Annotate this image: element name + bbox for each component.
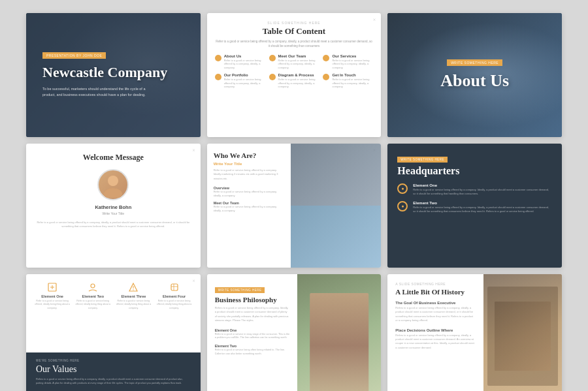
slide6-title: Headquarters <box>397 165 552 177</box>
slide9-left: A SLIDE SOMETHING HERE A Little Bit Of H… <box>387 274 483 391</box>
slide4-title: Welcome Message <box>83 153 144 163</box>
slide8-label-tag: WRITE SOMETHING HERE <box>215 287 265 293</box>
toc-desc-3: Refer to a good or service being offered… <box>332 59 373 70</box>
elem-text-1: Element One Refer to a good or service b… <box>413 183 552 196</box>
slide-7-values: × Element One Refer to a good or service… <box>26 274 201 391</box>
elem-icon-2: ● <box>397 201 408 211</box>
slide1-label-tag: PRESENTATION BY JOHN DOE <box>42 52 106 59</box>
slide3-title: About Us <box>440 71 509 91</box>
slide7-banner-title: Our Values <box>36 364 191 375</box>
slide5-right <box>291 144 382 268</box>
elem-label-2: Element Two <box>413 201 552 205</box>
value-icon-4 <box>169 282 180 292</box>
history-item-2: Place Decisions Outline Where Refers to … <box>395 328 476 351</box>
toc-label-4: Our Portfolio <box>224 73 265 77</box>
toc-dot-5 <box>269 74 276 80</box>
slide8-elem-desc-1: Refer to a good or service in easy stage… <box>215 333 290 340</box>
toc-desc-4: Refer to a good or service being offered… <box>224 78 265 89</box>
toc-item-3: Our Services Refer to a good or service … <box>323 54 373 70</box>
toc-dot-1 <box>215 55 221 61</box>
value-desc-4: Refer to a good or service being offered… <box>155 300 192 310</box>
slide5-subtitle: Write Your Title <box>214 162 284 166</box>
elem-row-1: ● Element One Refer to a good or service… <box>397 183 552 196</box>
slides-grid: PRESENTATION BY JOHN DOE Newcastle Compa… <box>13 0 575 391</box>
value-item-3: Element Three Refer to a good or service… <box>115 282 152 310</box>
toc-desc-1: Refer to a good or service being offered… <box>224 59 265 70</box>
slide8-elem-label-2: Element Two <box>215 344 290 348</box>
value-item-1: Element One Refer to a good or service b… <box>34 282 71 310</box>
slide7-banner-label: WE'RE SOMETHING HERE <box>36 359 191 362</box>
toc-dot-4 <box>215 74 221 80</box>
slide9-right-image <box>483 274 562 391</box>
slide5-meet: Meet Our Team Refer to a good or service… <box>214 201 284 213</box>
svg-point-10 <box>133 289 134 290</box>
toc-dot-3 <box>323 55 329 61</box>
elem-icon-1: ● <box>397 183 408 194</box>
slide7-close[interactable]: × <box>192 278 195 284</box>
elem-row-2: ● Element Two Refer to a good or service… <box>397 201 552 213</box>
svg-point-3 <box>104 188 122 198</box>
slide9-eyebrow: A SLIDE SOMETHING HERE <box>395 282 476 286</box>
elem-desc-1: Refer to a good or service being offered… <box>413 188 552 196</box>
slide5-image-top <box>291 144 382 206</box>
slide9-title: A Little Bit Of History <box>395 288 476 296</box>
history-label-1: The Goal Of Business Executive <box>395 301 476 305</box>
slide1-description: To be successful, marketers should under… <box>42 86 147 98</box>
avatar <box>97 169 129 200</box>
slide5-title: Who We Are? <box>214 151 284 159</box>
circle-icon-2: ● <box>401 204 404 209</box>
slide-6-headquarters: WRITE SOMETHING HERE Headquarters ● Elem… <box>387 144 562 268</box>
slide6-label-tag: WRITE SOMETHING HERE <box>397 157 448 163</box>
slide7-top: Element One Refer to a good or service b… <box>26 274 201 315</box>
slide5-meet-desc: Refer to a good or service being offered… <box>214 205 284 213</box>
slide8-title: Business Philosophy <box>215 296 290 304</box>
toc-dot-2 <box>269 55 276 61</box>
slide-2-toc: × SLIDE SOMETHING HERE Table Of Content … <box>207 13 382 137</box>
toc-item-2: Meet Our Team Refer to a good or service… <box>269 54 319 70</box>
toc-label-3: Our Services <box>332 54 373 58</box>
value-desc-2: Refer to a good or service being offered… <box>74 300 111 310</box>
slide5-ov-desc: Refer to a good or service being offered… <box>214 190 284 198</box>
toc-item-1: About Us Refer to a good or service bein… <box>215 54 265 70</box>
svg-point-7 <box>91 284 95 288</box>
person-name: Katherine Bohn <box>95 204 131 210</box>
history-item-1: The Goal Of Business Executive Refers to… <box>395 301 476 323</box>
slide5-image-bottom <box>291 206 382 268</box>
value-desc-3: Refer to a good or service being offered… <box>115 300 152 310</box>
slide5-left: Who We Are? Write Your Title Refer to a … <box>207 144 291 268</box>
elem-text-2: Element Two Refer to a good or service b… <box>413 201 552 213</box>
slide-3-about: WRITE SOMETHING HERE About Us <box>387 13 562 137</box>
toc-dot-6 <box>323 74 329 80</box>
value-icon-1 <box>46 282 58 292</box>
value-icon-3 <box>127 282 139 292</box>
slide-1-newcastle: PRESENTATION BY JOHN DOE Newcastle Compa… <box>26 13 201 137</box>
value-name-3: Element Three <box>121 294 146 298</box>
slide8-elem-1: Element One Refer to a good or service i… <box>215 328 290 340</box>
toc-items-grid: About Us Refer to a good or service bein… <box>215 54 374 89</box>
slide3-label-tag: WRITE SOMETHING HERE <box>447 59 502 66</box>
slide4-close[interactable]: × <box>192 148 195 153</box>
slide5-description: Refer to a good or service being offered… <box>214 168 284 181</box>
value-name-1: Element One <box>41 294 63 298</box>
slide8-elem-2: Element Two Refer to a good or service b… <box>215 344 290 356</box>
slide8-description: Refers to a good or service being offere… <box>215 306 290 323</box>
toc-desc-5: Refer to a good or service being offered… <box>278 78 319 89</box>
value-desc-1: Refer to a good or service being offered… <box>34 300 71 310</box>
value-item-4: Element Four Refer to a good or service … <box>155 282 192 310</box>
toc-label-1: About Us <box>224 54 265 58</box>
slide7-banner-desc: Refers to a good or service being offere… <box>36 377 191 385</box>
slide4-description: Refer to a good or service being offered… <box>36 221 191 229</box>
slide5-overview: Overview Refer to a good or service bein… <box>214 186 284 198</box>
slide-5-whoweare: × Who We Are? Write Your Title Refer to … <box>207 144 382 268</box>
value-item-2: Element Two Refer to a good or service b… <box>74 282 111 310</box>
value-icon-2 <box>87 282 99 292</box>
slide8-elem-desc-2: Refer to a good or service being often b… <box>215 349 290 356</box>
slide2-close[interactable]: × <box>373 17 376 23</box>
elem-label-1: Element One <box>413 183 552 187</box>
history-label-2: Place Decisions Outline Where <box>395 328 476 332</box>
elem-desc-2: Refer to a good or service being offered… <box>413 206 552 213</box>
history-desc-1: Refers to a good or service being offere… <box>395 306 476 323</box>
slide1-title: Newcastle Company <box>42 64 184 81</box>
circle-icon-1: ● <box>401 186 404 191</box>
toc-item-5: Diagram & Process Refer to a good or ser… <box>269 73 319 89</box>
